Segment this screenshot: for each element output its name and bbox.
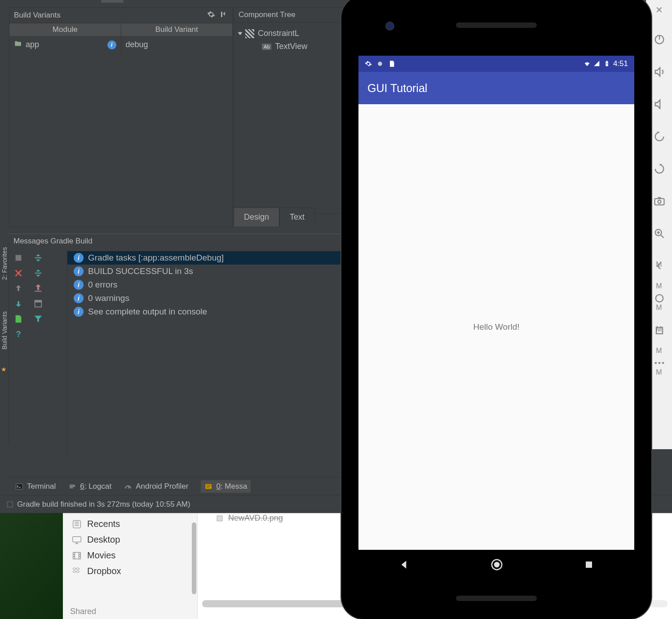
svg-rect-9 xyxy=(73,552,81,559)
svg-rect-22 xyxy=(606,61,608,61)
sidebar-section-shared: Shared xyxy=(70,607,96,616)
tab-logcat-mnemonic: 6 xyxy=(80,482,84,491)
sidebar-label: Movies xyxy=(87,550,115,561)
power-icon[interactable] xyxy=(653,33,666,48)
scrollbar[interactable] xyxy=(192,522,196,594)
arrow-down-icon[interactable] xyxy=(13,298,24,310)
star-icon: ★ xyxy=(1,366,7,373)
collapse-all-icon[interactable] xyxy=(32,252,44,264)
svg-rect-8 xyxy=(73,536,81,542)
message-text: See complete output in console xyxy=(88,307,207,317)
tab-logcat-label: : Logcat xyxy=(84,482,112,491)
tab-design[interactable]: Design xyxy=(234,208,279,226)
circle-icon xyxy=(376,60,384,67)
expand-all-icon[interactable] xyxy=(32,267,44,279)
rotate-right-icon[interactable] xyxy=(653,163,666,177)
tab-profiler[interactable]: Android Profiler xyxy=(124,482,188,491)
sidebar-label: Desktop xyxy=(87,535,120,545)
textview-icon: Ab xyxy=(262,44,271,50)
variant-name: debug xyxy=(126,40,148,49)
svg-point-13 xyxy=(658,200,661,203)
gear-icon xyxy=(365,60,372,67)
message-text: 0 errors xyxy=(88,280,117,290)
messages-toolbar: ? xyxy=(9,248,67,457)
file-row[interactable]: NewAVD.0.png xyxy=(216,513,283,523)
tab-terminal[interactable]: Terminal xyxy=(15,482,56,491)
status-time: 4:51 xyxy=(613,59,628,68)
device-screen[interactable]: 4:51 GUI Tutorial Hello World! xyxy=(358,56,634,550)
constraint-layout-icon xyxy=(245,29,254,38)
camera-icon[interactable] xyxy=(653,195,666,209)
column-header-module[interactable]: Module xyxy=(9,23,121,36)
volume-up-icon[interactable] xyxy=(653,66,666,80)
overflow-label: M xyxy=(656,282,662,290)
svg-rect-12 xyxy=(654,199,664,205)
module-name: app xyxy=(26,40,39,49)
sd-card-icon xyxy=(388,60,395,67)
overflow-label: M xyxy=(656,368,662,376)
rail-favorites[interactable]: 2: Favorites xyxy=(0,243,9,284)
sidebar-item-movies[interactable]: Movies xyxy=(63,548,197,563)
svg-point-24 xyxy=(494,562,500,568)
column-header-variant[interactable]: Build Variant xyxy=(121,23,233,36)
hide-panel-icon[interactable] xyxy=(220,10,228,20)
svg-rect-0 xyxy=(16,255,22,261)
tree-child-label: TextView xyxy=(275,42,307,51)
gear-icon[interactable] xyxy=(207,10,215,20)
nav-overview-icon[interactable] xyxy=(584,559,594,572)
tab-terminal-label: Terminal xyxy=(27,482,56,491)
info-icon: i xyxy=(74,253,84,263)
zoom-in-icon[interactable] xyxy=(653,227,666,242)
rotate-left-icon[interactable] xyxy=(653,130,666,145)
component-tree-title: Component Tree xyxy=(234,8,359,22)
chevron-down-icon[interactable] xyxy=(238,32,243,35)
finder-sidebar: Recents Desktop Movies Dropbox Shared xyxy=(63,513,198,619)
stop-icon[interactable] xyxy=(13,252,24,264)
info-icon[interactable]: i xyxy=(107,40,116,49)
nav-home-icon[interactable] xyxy=(490,558,504,573)
tab-messages[interactable]: 0: Messa xyxy=(201,480,251,493)
arrow-up-icon[interactable] xyxy=(13,283,24,294)
info-icon: i xyxy=(74,293,84,303)
overflow-label: M xyxy=(656,304,662,312)
app-content: Hello World! xyxy=(358,104,634,550)
app-title: GUI Tutorial xyxy=(367,82,427,95)
tree-item-root[interactable]: ConstraintL xyxy=(239,27,354,40)
android-status-bar[interactable]: 4:51 xyxy=(358,56,634,72)
help-icon[interactable]: ? xyxy=(13,328,24,340)
file-name: NewAVD.0.png xyxy=(228,513,283,523)
status-text: Gradle build finished in 3s 272ms (today… xyxy=(17,500,190,509)
wifi-icon xyxy=(584,60,591,67)
close-icon[interactable]: ✕ xyxy=(655,4,663,15)
rail-build-variants[interactable]: Build Variants xyxy=(0,307,9,354)
android-emulator[interactable]: 4:51 GUI Tutorial Hello World! xyxy=(341,0,651,619)
overflow-label: M xyxy=(656,347,662,355)
sidebar-item-dropbox[interactable]: Dropbox xyxy=(63,563,197,579)
filter-icon[interactable] xyxy=(32,313,44,325)
tree-root-label: ConstraintL xyxy=(258,29,299,38)
sidebar-item-desktop[interactable]: Desktop xyxy=(63,532,197,548)
sidebar-item-recents[interactable]: Recents xyxy=(63,516,197,532)
close-icon[interactable] xyxy=(13,267,24,279)
message-text: 0 warnings xyxy=(88,293,129,303)
rerun-icon[interactable] xyxy=(13,313,24,325)
tab-messages-label: : Messa xyxy=(221,482,248,491)
android-nav-bar xyxy=(358,550,634,581)
nav-back-icon[interactable] xyxy=(398,559,410,572)
export-icon[interactable] xyxy=(32,283,44,294)
left-tool-rail: 2: Favorites ★ Build Variants xyxy=(0,243,9,445)
battery-icon xyxy=(603,60,610,67)
layout-editor-tabs: Design Text xyxy=(234,208,315,226)
tab-logcat[interactable]: 6: Logcat xyxy=(68,482,111,491)
folder-icon xyxy=(14,40,22,50)
component-tree-panel: Component Tree ConstraintL Ab TextView xyxy=(234,7,359,214)
tab-text[interactable]: Text xyxy=(279,208,315,226)
build-variant-row[interactable]: app i debug xyxy=(9,36,232,53)
app-bar: GUI Tutorial xyxy=(358,72,634,104)
volume-down-icon[interactable] xyxy=(653,98,666,112)
window-icon[interactable] xyxy=(32,298,44,310)
tree-item-child[interactable]: Ab TextView xyxy=(239,40,354,53)
svg-rect-10 xyxy=(217,516,222,521)
panel-drag-handle[interactable] xyxy=(90,0,135,4)
sidebar-label: Recents xyxy=(87,519,120,529)
